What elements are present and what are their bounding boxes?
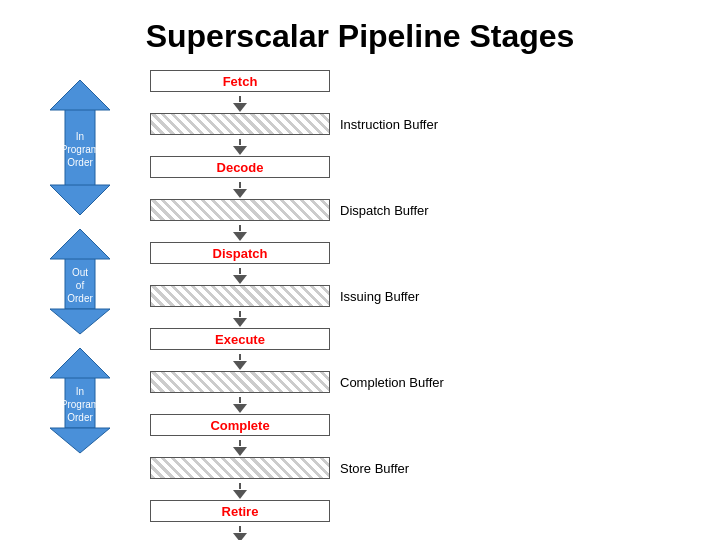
svg-marker-1 bbox=[50, 80, 110, 110]
issuing-buffer-row: Issuing Buffer bbox=[150, 285, 419, 307]
stages-column: Fetch Instruction Buffer Decode Dispatch… bbox=[150, 70, 444, 540]
page-title: Superscalar Pipeline Stages bbox=[0, 0, 720, 65]
retire-box: Retire bbox=[150, 500, 330, 522]
connector-5 bbox=[150, 268, 330, 285]
arrows-column: In Program Order Out of Order In bbox=[30, 70, 130, 458]
completion-buffer-label: Completion Buffer bbox=[340, 375, 444, 390]
execute-box: Execute bbox=[150, 328, 330, 350]
issuing-buffer-box bbox=[150, 285, 330, 307]
connector-9 bbox=[150, 440, 330, 457]
dispatch-row: Dispatch bbox=[150, 242, 330, 264]
svg-marker-7 bbox=[50, 229, 110, 259]
retire-row: Retire bbox=[150, 500, 330, 522]
complete-box: Complete bbox=[150, 414, 330, 436]
decode-row: Decode bbox=[150, 156, 330, 178]
fetch-box: Fetch bbox=[150, 70, 330, 92]
issuing-buffer-label: Issuing Buffer bbox=[340, 289, 419, 304]
svg-text:Order: Order bbox=[67, 157, 93, 168]
connector-8 bbox=[150, 397, 330, 414]
svg-marker-14 bbox=[50, 428, 110, 453]
arrow-out-of-order: Out of Order bbox=[45, 224, 115, 339]
store-buffer-label: Store Buffer bbox=[340, 461, 409, 476]
svg-marker-2 bbox=[50, 185, 110, 215]
instruction-buffer-row: Instruction Buffer bbox=[150, 113, 438, 135]
svg-text:Program: Program bbox=[61, 399, 99, 410]
svg-text:In: In bbox=[76, 386, 84, 397]
completion-buffer-box bbox=[150, 371, 330, 393]
decode-box: Decode bbox=[150, 156, 330, 178]
svg-text:Order: Order bbox=[67, 293, 93, 304]
connector-10 bbox=[150, 483, 330, 500]
store-buffer-row: Store Buffer bbox=[150, 457, 409, 479]
fetch-row: Fetch bbox=[150, 70, 330, 92]
svg-text:Out: Out bbox=[72, 267, 88, 278]
svg-text:Order: Order bbox=[67, 412, 93, 423]
connector-1 bbox=[150, 96, 330, 113]
store-buffer-box bbox=[150, 457, 330, 479]
completion-buffer-row: Completion Buffer bbox=[150, 371, 444, 393]
svg-marker-13 bbox=[50, 348, 110, 378]
instruction-buffer-label: Instruction Buffer bbox=[340, 117, 438, 132]
connector-3 bbox=[150, 182, 330, 199]
arrow-in-program-order-bottom: In Program Order bbox=[45, 343, 115, 458]
svg-text:of: of bbox=[76, 280, 85, 291]
dispatch-buffer-label: Dispatch Buffer bbox=[340, 203, 429, 218]
svg-text:In: In bbox=[76, 131, 84, 142]
execute-row: Execute bbox=[150, 328, 330, 350]
instruction-buffer-box bbox=[150, 113, 330, 135]
connector-11 bbox=[150, 526, 330, 540]
dispatch-box: Dispatch bbox=[150, 242, 330, 264]
dispatch-buffer-row: Dispatch Buffer bbox=[150, 199, 429, 221]
svg-marker-8 bbox=[50, 309, 110, 334]
complete-row: Complete bbox=[150, 414, 330, 436]
svg-text:Program: Program bbox=[61, 144, 99, 155]
connector-7 bbox=[150, 354, 330, 371]
dispatch-buffer-box bbox=[150, 199, 330, 221]
connector-4 bbox=[150, 225, 330, 242]
arrow-in-program-order-top: In Program Order bbox=[45, 75, 115, 220]
connector-6 bbox=[150, 311, 330, 328]
connector-2 bbox=[150, 139, 330, 156]
